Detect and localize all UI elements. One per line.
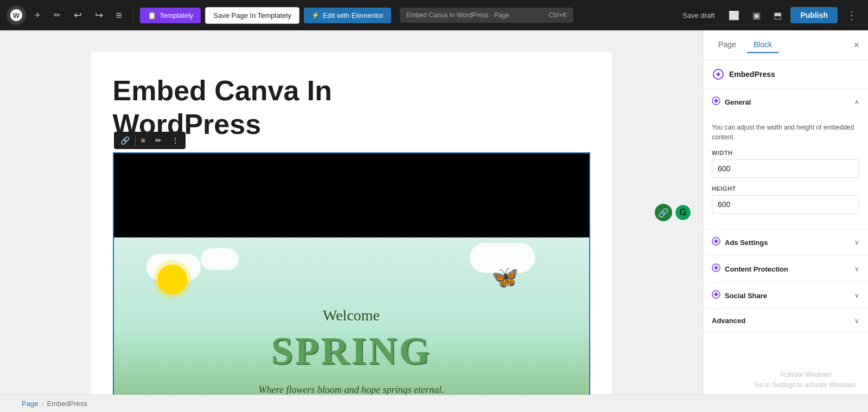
plugin-icon — [712, 68, 725, 81]
right-panel: Page Block × EmbedPress — [703, 30, 868, 395]
activate-line1: Activate Windows — [755, 370, 857, 380]
embed-edit-button[interactable]: ✏ — [151, 134, 166, 147]
height-label: HEIGHT — [712, 185, 859, 192]
section-advanced: Advanced ∨ — [703, 309, 868, 333]
panel-close-button[interactable]: × — [853, 40, 859, 50]
toolbar-right: Save draft ⬜ ▣ ⬒ Publish ⋮ — [677, 5, 861, 25]
redo-icon: ↪ — [95, 9, 103, 21]
spring-main-text: SPRING — [271, 329, 431, 374]
templately-button[interactable]: 📋 Templately — [140, 8, 201, 23]
section-general-left: General — [712, 96, 751, 107]
undo-button[interactable]: ↩ — [69, 6, 86, 24]
edit-elementor-button[interactable]: ⚡ Edit with Elementor — [304, 8, 391, 23]
section-content-protection: Content Protection ∨ — [703, 256, 868, 282]
save-page-templately-button[interactable]: Save Page In Templately — [205, 7, 299, 24]
section-general: General ∧ You can adjust the width and h… — [703, 89, 868, 229]
social-share-icon — [712, 290, 720, 301]
redo-button[interactable]: ↪ — [91, 6, 107, 24]
layout-icon: ⬒ — [774, 11, 782, 20]
save-draft-button[interactable]: Save draft — [677, 8, 720, 23]
spring-welcome-text: Welcome — [323, 307, 380, 324]
toolbar-divider — [135, 135, 136, 146]
g-circle-icon: G — [674, 204, 692, 221]
main-area: Embed Canva InWordPress 🔗 ≡ ✏ ⋮ — [0, 30, 868, 395]
page-content: Embed Canva InWordPress 🔗 ≡ ✏ ⋮ — [91, 52, 612, 395]
embed-align-button[interactable]: ≡ — [137, 134, 150, 147]
more-options-button[interactable]: ⋮ — [842, 5, 861, 25]
sun-decoration — [157, 265, 187, 294]
templately-label: Templately — [159, 11, 193, 20]
add-block-button[interactable]: + — [30, 7, 45, 24]
edit-button[interactable]: ✏ — [49, 7, 65, 23]
wp-logo-inner: W — [10, 9, 22, 21]
floating-icons: 🔗 G — [655, 204, 692, 221]
tools-button[interactable]: ≡ — [112, 6, 127, 25]
view-toggle-button[interactable]: ⬜ — [724, 7, 744, 24]
search-bar[interactable]: Embed Canva In WordPress · Page Ctrl+K — [400, 8, 573, 23]
wp-logo[interactable]: W — [7, 5, 26, 25]
tab-block[interactable]: Block — [747, 37, 778, 53]
block-layout-button[interactable]: ▣ — [748, 7, 765, 24]
embed-block: 🔗 ≡ ✏ ⋮ 🦋 Welcome SPRING — [113, 152, 590, 395]
main-toolbar: W + ✏ ↩ ↪ ≡ 📋 Templately Save Page In Te… — [0, 0, 868, 30]
view-icon: ⬜ — [729, 11, 739, 20]
elementor-label: Edit with Elementor — [323, 11, 384, 20]
spring-subtitle-text: Where flowers bloom and hope springs ete… — [259, 384, 444, 395]
general-chevron-icon: ∧ — [854, 98, 859, 106]
section-advanced-left: Advanced — [712, 317, 745, 325]
more-icon: ⋮ — [846, 9, 857, 21]
social-share-chevron-icon: ∨ — [854, 292, 859, 299]
section-content-protection-left: Content Protection — [712, 263, 788, 274]
width-label: WIDTH — [712, 150, 859, 156]
sidebar-toggle-button[interactable]: ⬒ — [769, 7, 786, 24]
breadcrumb-bar: Page › EmbedPress — [0, 395, 868, 412]
plugin-name: EmbedPress — [729, 70, 775, 79]
embed-top-black — [114, 153, 589, 237]
undo-icon: ↩ — [74, 9, 82, 21]
section-ads-label: Ads Settings — [725, 239, 768, 247]
activate-line2: Go to Settings to activate Windows. — [755, 380, 857, 390]
section-content-protection-header[interactable]: Content Protection ∨ — [703, 256, 868, 282]
section-general-label: General — [725, 98, 751, 106]
ads-chevron-icon: ∨ — [854, 239, 859, 246]
tools-icon: ≡ — [116, 9, 123, 22]
editor-area: Embed Canva InWordPress 🔗 ≡ ✏ ⋮ — [0, 30, 703, 395]
breadcrumb-current: EmbedPress — [47, 400, 87, 408]
section-general-header[interactable]: General ∧ — [703, 89, 868, 115]
tab-page[interactable]: Page — [712, 37, 743, 53]
breadcrumb-separator: › — [41, 400, 43, 408]
search-placeholder: Embed Canva In WordPress · Page — [406, 11, 509, 19]
elementor-icon: ⚡ — [311, 11, 320, 19]
add-icon: + — [35, 10, 41, 21]
search-shortcut: Ctrl+K — [548, 11, 567, 19]
general-description: You can adjust the width and height of e… — [712, 123, 859, 142]
section-social-share-label: Social Share — [725, 292, 767, 300]
publish-label: Publish — [800, 11, 828, 20]
embed-more-button[interactable]: ⋮ — [167, 134, 183, 147]
embed-link-button[interactable]: 🔗 — [116, 134, 134, 147]
section-advanced-label: Advanced — [712, 317, 745, 325]
section-social-share-left: Social Share — [712, 290, 767, 301]
embedpress-icon-svg — [713, 69, 724, 80]
content-protection-chevron-icon: ∨ — [854, 265, 859, 273]
panel-header: Page Block × — [703, 30, 868, 60]
block-icon: ▣ — [752, 11, 761, 20]
advanced-chevron-icon: ∨ — [854, 317, 859, 325]
activate-windows-overlay: Activate Windows Go to Settings to activ… — [755, 370, 857, 390]
embed-spring-image: 🦋 Welcome SPRING Where flowers bloom and… — [114, 237, 589, 395]
save-draft-label: Save draft — [682, 11, 714, 20]
embed-block-toolbar: 🔗 ≡ ✏ ⋮ — [114, 132, 186, 149]
height-input[interactable] — [712, 195, 859, 214]
section-general-content: You can adjust the width and height of e… — [703, 115, 868, 229]
content-protection-icon — [712, 263, 720, 274]
section-advanced-header[interactable]: Advanced ∨ — [703, 309, 868, 332]
publish-button[interactable]: Publish — [790, 7, 838, 23]
width-input[interactable] — [712, 159, 859, 178]
section-social-share-header[interactable]: Social Share ∨ — [703, 282, 868, 308]
ads-icon — [712, 237, 720, 248]
breadcrumb-page-link[interactable]: Page — [22, 400, 38, 408]
section-ads-settings: Ads Settings ∨ — [703, 229, 868, 256]
plugin-header: EmbedPress — [703, 60, 868, 89]
section-ads-header[interactable]: Ads Settings ∨ — [703, 229, 868, 255]
section-social-share: Social Share ∨ — [703, 282, 868, 309]
